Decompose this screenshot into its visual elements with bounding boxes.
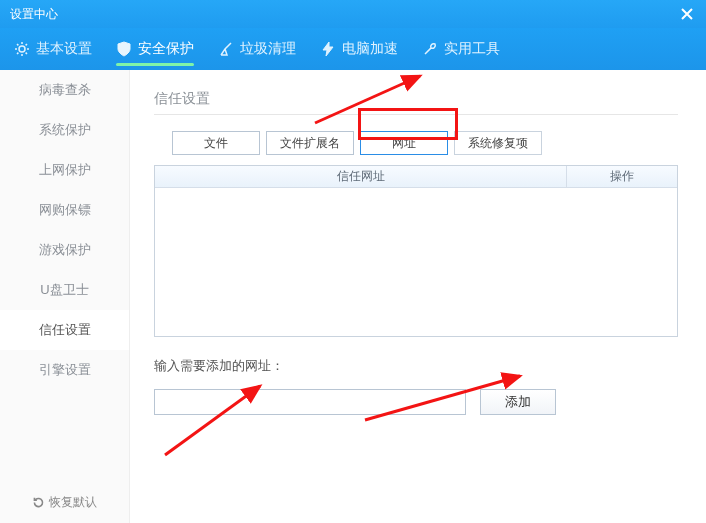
sub-tabs: 文件 文件扩展名 网址 系统修复项 [172, 131, 678, 155]
sidebar-item-system[interactable]: 系统保护 [0, 110, 129, 150]
tab-ext[interactable]: 文件扩展名 [266, 131, 354, 155]
divider [154, 114, 678, 115]
table-body [155, 188, 677, 336]
restore-defaults-button[interactable]: 恢复默认 [12, 494, 117, 511]
col-url: 信任网址 [155, 166, 567, 187]
broom-icon [218, 41, 234, 57]
sidebar: 病毒查杀 系统保护 上网保护 网购保镖 游戏保护 U盘卫士 信任设置 引擎设置 … [0, 70, 130, 523]
tab-url[interactable]: 网址 [360, 131, 448, 155]
nav-cleanup[interactable]: 垃圾清理 [218, 28, 296, 70]
tab-file[interactable]: 文件 [172, 131, 260, 155]
trust-table: 信任网址 操作 [154, 165, 678, 337]
restore-label: 恢复默认 [49, 494, 97, 511]
url-input[interactable] [154, 389, 466, 415]
sidebar-item-game[interactable]: 游戏保护 [0, 230, 129, 270]
nav-security[interactable]: 安全保护 [116, 28, 194, 70]
sidebar-item-shopping[interactable]: 网购保镖 [0, 190, 129, 230]
sidebar-item-usb[interactable]: U盘卫士 [0, 270, 129, 310]
svg-point-0 [19, 46, 25, 52]
nav-speedup[interactable]: 电脑加速 [320, 28, 398, 70]
top-nav: 基本设置 安全保护 垃圾清理 电脑加速 实用工具 [0, 28, 706, 70]
add-button[interactable]: 添加 [480, 389, 556, 415]
sidebar-item-engine[interactable]: 引擎设置 [0, 350, 129, 390]
sidebar-item-virus[interactable]: 病毒查杀 [0, 70, 129, 110]
titlebar: 设置中心 [0, 0, 706, 28]
nav-label: 安全保护 [138, 40, 194, 58]
close-icon[interactable] [678, 5, 696, 23]
bolt-icon [320, 41, 336, 57]
tab-sysfix[interactable]: 系统修复项 [454, 131, 542, 155]
nav-basic[interactable]: 基本设置 [14, 28, 92, 70]
add-url-label: 输入需要添加的网址： [154, 357, 678, 375]
col-action: 操作 [567, 166, 677, 187]
section-title: 信任设置 [154, 90, 678, 108]
nav-label: 电脑加速 [342, 40, 398, 58]
nav-label: 垃圾清理 [240, 40, 296, 58]
window-title: 设置中心 [10, 6, 678, 23]
wrench-icon [422, 41, 438, 57]
sidebar-item-trust[interactable]: 信任设置 [0, 310, 129, 350]
main-panel: 信任设置 文件 文件扩展名 网址 系统修复项 信任网址 操作 输入需要添加的网址… [130, 70, 706, 523]
nav-label: 基本设置 [36, 40, 92, 58]
gear-icon [14, 41, 30, 57]
shield-icon [116, 41, 132, 57]
nav-label: 实用工具 [444, 40, 500, 58]
sidebar-item-web[interactable]: 上网保护 [0, 150, 129, 190]
nav-tools[interactable]: 实用工具 [422, 28, 500, 70]
